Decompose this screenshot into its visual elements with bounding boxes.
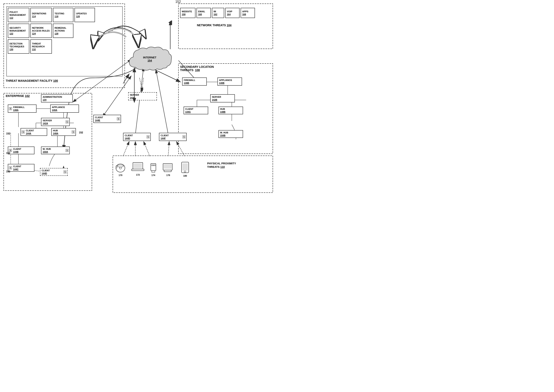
definitions-ref: 114 [32, 15, 36, 18]
firewall-a-s: S [9, 107, 12, 110]
definitions-box: DEFINITIONS 114 [30, 8, 52, 22]
client-d-dashed-box: CLIENT 144D S [40, 168, 68, 176]
client-e-ref: 144E [95, 119, 100, 122]
tmf-ref: 100 [53, 79, 58, 82]
website-ref: 158 [182, 13, 185, 16]
scanner-icon [162, 162, 174, 173]
appliance-b-ref: 140B [219, 82, 224, 84]
client-a-ref: 144A [26, 132, 31, 135]
im-ref: 162 [214, 13, 217, 16]
cd-icon [115, 162, 126, 173]
secondary-ref: 108 [195, 69, 200, 72]
svg-rect-48 [151, 163, 156, 171]
hub-a-s: S [72, 131, 75, 133]
svg-line-33 [156, 70, 168, 134]
threat-research-ref: 132 [32, 48, 36, 51]
server-a-ref: 142A [43, 122, 48, 125]
apps-label: APPS [242, 10, 248, 13]
server-c-ref: 142C [130, 96, 135, 99]
hub-a-ref: 148A [53, 132, 58, 135]
phone-icon [180, 161, 190, 174]
firewall-b-label: FIREWALL [184, 79, 195, 82]
admin-label: ADMINISTRATION [43, 96, 62, 98]
client-d-dashed-s: S [64, 170, 66, 173]
svg-rect-54 [164, 170, 171, 172]
internet-ref: 154 [147, 59, 152, 62]
device-178-label: 178 [162, 174, 174, 176]
server-a-label: SERVER [43, 119, 52, 122]
device-174-label: 174 [148, 174, 159, 176]
tmf-region-label: THREAT MANAGEMENT FACILITY 100 [6, 79, 58, 82]
label-152-5: 152 [175, 0, 181, 4]
server-a-box: SERVER 142A S [41, 118, 70, 126]
voip-ref: 164 [227, 13, 230, 16]
client-a-label: CLIENT [26, 129, 35, 132]
appliance-b-label: APPLIANCE [219, 79, 232, 82]
client-a-box: S CLIENT 144A [21, 128, 47, 136]
client-f-s: S [183, 135, 185, 138]
appliance-a-box: APPLIANCE 140A [50, 105, 79, 113]
firewall-a-box: S FIREWALL 138A [8, 105, 36, 113]
apps-box: APPS 168 [241, 8, 255, 18]
whub-a-label: W. HUB [43, 147, 51, 150]
enterprise-label: ENTERPRISE 102 [6, 94, 30, 98]
admin-ref: 134 [43, 98, 46, 101]
updates-ref: 120 [76, 15, 80, 18]
detection-label: DETECTIONTECHNIQUES [9, 42, 24, 48]
svg-point-42 [119, 167, 122, 169]
client-f-label: CLIENT [161, 134, 169, 137]
client-g-label: CLIENT [185, 108, 194, 111]
hub-a-box: HUB 148A S [51, 128, 76, 136]
svg-line-37 [168, 141, 169, 156]
appliance-b-box: APPLIANCE 140B [217, 77, 242, 86]
svg-line-29 [73, 59, 131, 102]
client-c-s: S [9, 166, 12, 169]
client-d-box: CLIENT 144D S [123, 133, 151, 141]
diagram: POLICYMANAGEMENT 112 DEFINITIONS 114 TES… [0, 0, 277, 196]
client-d-ref: 144D [125, 137, 130, 140]
svg-point-41 [116, 164, 125, 172]
network-access-label: NETWORKACCESS RULES [32, 27, 50, 32]
email-label: EMAIL [198, 10, 205, 13]
client-g-box: CLIENT 144G [184, 106, 208, 114]
whub-b-ref: 150B [220, 134, 225, 137]
laptop-icon [131, 161, 145, 173]
svg-line-32 [135, 68, 144, 134]
updates-label: UPDATES [76, 12, 87, 15]
label-152-2: 152 [6, 152, 10, 154]
appliance-a-ref: 140A [52, 109, 57, 112]
voip-box: VOIP 164 [225, 8, 240, 18]
email-ref: 160 [198, 13, 202, 16]
device-178: 178 [162, 162, 174, 176]
policy-management-box: POLICYMANAGEMENT 112 [8, 8, 29, 22]
label-152-3: 152 [6, 170, 10, 173]
im-label: IM [214, 10, 216, 13]
client-e-s: S [117, 117, 120, 120]
whub-a-box: W. HUB 150A S [41, 147, 70, 154]
device-174: 174 [148, 162, 159, 176]
server-b-label: SERVER [212, 96, 221, 98]
client-d-label: CLIENT [125, 134, 134, 137]
svg-rect-56 [182, 163, 188, 170]
client-b-ref: 144B [13, 150, 18, 153]
client-d-dashed-ref: 144D [42, 172, 47, 175]
client-b-label: CLIENT [13, 147, 22, 150]
im-box: IM 162 [212, 8, 224, 18]
svg-line-36 [144, 141, 150, 156]
svg-rect-53 [164, 164, 172, 169]
device-180: 180 [180, 161, 190, 177]
firewall-b-box: FIREWALL 138B [182, 77, 207, 86]
client-g-ref: 144G [185, 111, 191, 113]
whub-a-ref: 150A [43, 150, 48, 153]
hub-b-ref: 148B [220, 111, 225, 113]
network-access-rules-box: NETWORKACCESS RULES 124 [30, 24, 52, 38]
client-d-s: S [147, 135, 150, 138]
svg-rect-51 [154, 165, 155, 166]
server-b-box: SERVER 142B [210, 94, 235, 102]
client-a-s: S [22, 131, 25, 133]
updates-box: UPDATES 120 [74, 8, 95, 22]
definitions-label: DEFINITIONS [32, 12, 46, 15]
svg-rect-50 [151, 165, 153, 166]
device-180-label: 180 [180, 175, 190, 177]
usb-icon [148, 162, 159, 173]
